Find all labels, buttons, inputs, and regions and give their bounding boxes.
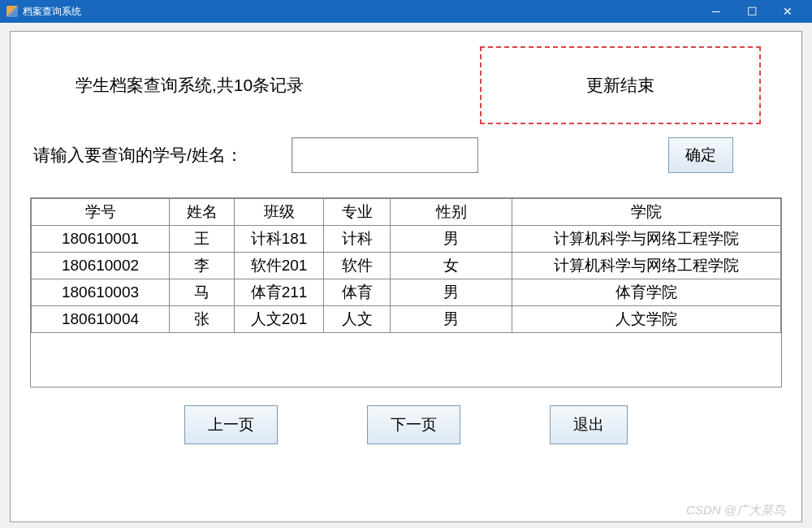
minimize-button[interactable]: ─ [698, 0, 734, 23]
table-cell: 人文学院 [512, 306, 781, 333]
prev-page-button[interactable]: 上一页 [184, 405, 278, 444]
table-cell: 体育211 [235, 279, 324, 306]
java-icon [6, 6, 18, 17]
table-cell: 180610004 [32, 306, 170, 333]
maximize-button[interactable]: ☐ [734, 0, 770, 23]
table-cell: 180610002 [32, 253, 170, 279]
search-input[interactable] [292, 137, 478, 173]
status-text: 更新结束 [586, 74, 654, 97]
table-cell: 计算机科学与网络工程学院 [512, 226, 781, 253]
window-titlebar: 档案查询系统 ─ ☐ ✕ [0, 0, 812, 23]
table-cell: 人文201 [235, 306, 324, 333]
col-class[interactable]: 班级 [235, 199, 324, 226]
table-cell: 计算机科学与网络工程学院 [512, 253, 781, 279]
confirm-button[interactable]: 确定 [668, 137, 733, 173]
results-table: 学号 姓名 班级 专业 性别 学院 180610001王计科181计科男计算机科… [31, 198, 781, 333]
close-button[interactable]: ✕ [770, 0, 806, 23]
table-cell: 男 [391, 279, 512, 306]
table-cell: 马 [170, 279, 235, 306]
window-controls: ─ ☐ ✕ [698, 0, 806, 23]
col-id[interactable]: 学号 [32, 199, 170, 226]
status-box: 更新结束 [480, 46, 761, 124]
table-cell: 王 [170, 226, 235, 253]
window-title: 档案查询系统 [23, 5, 81, 19]
results-table-container[interactable]: 学号 姓名 班级 专业 性别 学院 180610001王计科181计科男计算机科… [30, 197, 782, 387]
col-name[interactable]: 姓名 [170, 199, 235, 226]
table-cell: 李 [170, 253, 235, 279]
search-label: 请输入要查询的学号/姓名： [30, 144, 243, 167]
watermark: CSDN @广大菜鸟 [686, 503, 785, 518]
table-cell: 女 [391, 253, 512, 279]
table-cell: 人文 [324, 306, 391, 333]
table-cell: 体育学院 [512, 279, 781, 306]
exit-button[interactable]: 退出 [550, 405, 628, 444]
table-row[interactable]: 180610003马体育211体育男体育学院 [32, 279, 781, 306]
table-header-row: 学号 姓名 班级 专业 性别 学院 [32, 199, 781, 226]
table-cell: 180610003 [32, 279, 170, 306]
table-cell: 计科181 [235, 226, 324, 253]
table-row[interactable]: 180610002李软件201软件女计算机科学与网络工程学院 [32, 253, 781, 279]
table-cell: 男 [391, 306, 512, 333]
table-row[interactable]: 180610001王计科181计科男计算机科学与网络工程学院 [32, 226, 781, 253]
col-major[interactable]: 专业 [324, 199, 391, 226]
col-gender[interactable]: 性别 [391, 199, 512, 226]
table-cell: 张 [170, 306, 235, 333]
table-cell: 体育 [324, 279, 391, 306]
table-row[interactable]: 180610004张人文201人文男人文学院 [32, 306, 781, 333]
table-cell: 计科 [324, 226, 391, 253]
col-college[interactable]: 学院 [512, 199, 781, 226]
table-cell: 软件201 [235, 253, 324, 279]
next-page-button[interactable]: 下一页 [367, 405, 460, 444]
table-cell: 180610001 [32, 226, 170, 253]
table-cell: 软件 [324, 253, 391, 279]
page-title: 学生档案查询系统,共10条记录 [30, 48, 304, 97]
table-cell: 男 [391, 226, 512, 253]
